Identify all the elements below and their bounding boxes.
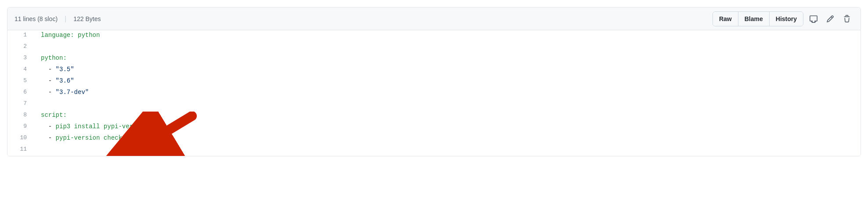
file-meta: 11 lines (8 sloc) | 122 Bytes — [14, 15, 101, 23]
file-actions: Raw Blame History — [712, 11, 854, 26]
line-number: 3 — [7, 53, 34, 65]
blame-button[interactable]: Blame — [738, 12, 770, 26]
edit-icon — [826, 15, 834, 23]
line-content — [34, 145, 861, 156]
table-row: 6 - "3.7-dev" — [7, 87, 861, 99]
bytes-info: 122 Bytes — [73, 15, 101, 22]
meta-separator: | — [65, 15, 66, 23]
line-content: script: — [34, 110, 861, 122]
line-number: 4 — [7, 65, 34, 76]
line-number: 10 — [7, 133, 34, 145]
line-number: 1 — [7, 30, 34, 42]
table-row: 3 python: — [7, 53, 861, 65]
line-content: - pip3 install pypi-version — [34, 122, 861, 133]
table-row: 4 - "3.5" — [7, 65, 861, 76]
edit-icon-button[interactable] — [824, 13, 837, 25]
delete-icon — [843, 15, 851, 23]
line-number: 2 — [7, 42, 34, 53]
line-number: 8 — [7, 110, 34, 122]
line-content: - pypi-version check — [34, 133, 861, 145]
view-buttons: Raw Blame History — [712, 11, 803, 26]
line-content — [34, 42, 861, 53]
raw-button[interactable]: Raw — [713, 12, 738, 26]
file-header: 11 lines (8 sloc) | 122 Bytes Raw Blame … — [7, 7, 861, 30]
table-row: 1 language: python — [7, 30, 861, 42]
lines-info: 11 lines (8 sloc) — [14, 15, 58, 22]
line-number: 7 — [7, 99, 34, 110]
line-content: - "3.5" — [34, 65, 861, 76]
line-content: python: — [34, 53, 861, 65]
table-row: 10 - pypi-version check — [7, 133, 861, 145]
table-row: 11 — [7, 145, 861, 156]
file-viewer: 11 lines (8 sloc) | 122 Bytes Raw Blame … — [7, 7, 861, 156]
code-table: 1 language: python 2 3 python: 4 - "3.5"… — [7, 30, 861, 156]
history-button[interactable]: History — [770, 12, 803, 26]
line-content: language: python — [34, 30, 861, 42]
line-number: 9 — [7, 122, 34, 133]
line-number: 6 — [7, 87, 34, 99]
delete-icon-button[interactable] — [840, 13, 854, 25]
display-icon — [810, 15, 817, 23]
table-row: 9 - pip3 install pypi-version — [7, 122, 861, 133]
line-content — [34, 99, 861, 110]
table-row: 7 — [7, 99, 861, 110]
file-content: 1 language: python 2 3 python: 4 - "3.5"… — [7, 30, 861, 156]
display-icon-button[interactable] — [807, 13, 820, 25]
table-row: 2 — [7, 42, 861, 53]
table-row: 5 - "3.6" — [7, 76, 861, 87]
line-content: - "3.7-dev" — [34, 87, 861, 99]
table-row: 8 script: — [7, 110, 861, 122]
line-content: - "3.6" — [34, 76, 861, 87]
line-number: 5 — [7, 76, 34, 87]
line-number: 11 — [7, 145, 34, 156]
